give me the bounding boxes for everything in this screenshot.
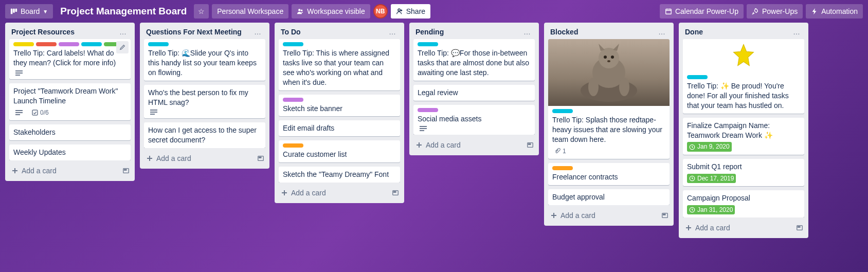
card[interactable]: Weekly Updates: [9, 144, 131, 160]
card[interactable]: Trello Tip: Card labels! What do they me…: [9, 39, 131, 79]
workspace-label: Personal Workspace: [217, 7, 283, 15]
member-avatar[interactable]: NB: [373, 4, 388, 19]
card[interactable]: Freelancer contracts: [548, 163, 670, 185]
svg-rect-12: [15, 114, 20, 115]
due-date-badge[interactable]: Jan 9, 2020: [687, 142, 732, 151]
label-purple[interactable]: [283, 98, 303, 102]
label-teal[interactable]: [687, 75, 708, 79]
powerups-button[interactable]: Power-Ups: [747, 4, 803, 19]
card[interactable]: Curate customer list: [279, 140, 400, 162]
list-menu-button[interactable]: …: [520, 27, 534, 37]
plus-icon: [550, 212, 557, 219]
due-date-badge[interactable]: Jan 31, 2020: [687, 205, 735, 214]
list-menu-button[interactable]: …: [790, 27, 803, 37]
calendar-powerup-button[interactable]: Calendar Power-Up: [660, 4, 744, 19]
card[interactable]: Project "Teamwork Dream Work" Launch Tim…: [9, 83, 131, 120]
card-template-button[interactable]: [257, 155, 264, 162]
card[interactable]: Budget approval: [548, 189, 670, 205]
label-orange[interactable]: [552, 166, 573, 170]
automation-label: Automation: [821, 7, 858, 15]
workspace-button[interactable]: Personal Workspace: [212, 4, 288, 19]
board-view-button[interactable]: Board ▼: [5, 4, 53, 19]
share-button[interactable]: Share: [391, 4, 430, 19]
list-title[interactable]: Pending: [415, 28, 520, 36]
label-purple[interactable]: [418, 108, 438, 112]
add-card-label: Add a card: [695, 224, 730, 232]
plus-icon: [11, 167, 19, 174]
card-labels: [552, 109, 665, 113]
list-title[interactable]: Questions For Next Meeting: [146, 28, 251, 36]
svg-rect-8: [15, 72, 23, 74]
star-button[interactable]: ☆: [194, 4, 209, 19]
star-icon: ☆: [198, 7, 205, 15]
card[interactable]: Sketch the "Teamy Dreamy" Font: [279, 167, 400, 183]
svg-rect-30: [420, 128, 427, 129]
list-menu-button[interactable]: …: [251, 27, 264, 37]
add-card-button[interactable]: Add a card: [145, 152, 253, 165]
chevron-down-icon: ▼: [43, 9, 48, 14]
svg-rect-28: [394, 192, 396, 193]
list: Questions For Next Meeting…Trello Tip: 🌊…: [140, 23, 269, 169]
label-teal[interactable]: [148, 42, 169, 46]
board-title[interactable]: Project Management Board: [56, 6, 191, 17]
card-template-button[interactable]: [392, 189, 399, 196]
card-title: How can I get access to the super secret…: [148, 125, 261, 145]
svg-point-43: [619, 78, 629, 96]
card[interactable]: Who's the best person to fix my HTML sna…: [144, 85, 265, 119]
card[interactable]: Trello Tip: 💬For those in-between tasks …: [413, 39, 535, 81]
powerups-label: Power-Ups: [762, 7, 798, 15]
card[interactable]: Trello Tip: 🌊Slide your Q's into this ha…: [144, 39, 265, 81]
card[interactable]: How can I get access to the super secret…: [144, 122, 265, 148]
card-title: Trello Tip: This is where assigned tasks…: [283, 48, 396, 87]
card[interactable]: Finalize Campaign Name: Teamwork Dream W…: [683, 118, 804, 155]
add-card-button[interactable]: Add a card: [549, 209, 657, 222]
card[interactable]: Submit Q1 report Dec 17, 2019: [683, 159, 804, 186]
list-title[interactable]: To Do: [281, 28, 386, 36]
add-card-button[interactable]: Add a card: [280, 187, 388, 199]
card[interactable]: Campaign Proposal Jan 31, 2020: [683, 190, 804, 217]
card-template-button[interactable]: [122, 167, 130, 174]
svg-rect-24: [259, 157, 261, 158]
label-teal[interactable]: [283, 42, 303, 46]
label-teal[interactable]: [552, 109, 573, 113]
list-title[interactable]: Project Resources: [11, 28, 116, 36]
card[interactable]: Trello Tip: Splash those redtape-heavy i…: [548, 39, 670, 159]
list-title[interactable]: Done: [685, 28, 790, 36]
card-title: Trello Tip: Card labels! What do they me…: [13, 48, 126, 68]
list-menu-button[interactable]: …: [116, 27, 130, 37]
people-icon: [297, 8, 304, 15]
card[interactable]: Sketch site banner: [279, 95, 400, 117]
card[interactable]: Stakeholders: [9, 124, 131, 140]
card[interactable]: Trello Tip: ✨ Be proud! You're done! For…: [683, 39, 804, 114]
description-icon: [148, 109, 159, 115]
label-yellow[interactable]: [13, 42, 34, 46]
edit-card-button[interactable]: [116, 41, 129, 53]
visibility-button[interactable]: Workspace visible: [292, 4, 370, 19]
calendar-label: Calendar Power-Up: [675, 7, 738, 15]
label-red[interactable]: [36, 42, 57, 46]
label-teal[interactable]: [81, 42, 102, 46]
card-title: Sketch site banner: [283, 104, 396, 114]
list-menu-button[interactable]: …: [655, 27, 668, 37]
list-menu-button[interactable]: …: [386, 27, 399, 37]
board-canvas[interactable]: Project Resources…Trello Tip: Card label…: [0, 23, 868, 270]
list-title[interactable]: Blocked: [550, 28, 655, 36]
label-purple[interactable]: [59, 42, 79, 46]
add-card-button[interactable]: Add a card: [684, 222, 792, 234]
card-template-button[interactable]: [796, 224, 803, 231]
label-orange[interactable]: [283, 143, 303, 148]
add-card-button[interactable]: Add a card: [414, 139, 522, 151]
automation-button[interactable]: Automation: [806, 4, 863, 19]
card-template-button[interactable]: [661, 212, 668, 219]
label-teal[interactable]: [418, 42, 438, 46]
card-title: Budget approval: [552, 192, 665, 202]
add-card-button[interactable]: Add a card: [10, 165, 118, 177]
card[interactable]: Trello Tip: This is where assigned tasks…: [279, 39, 400, 90]
due-date-badge[interactable]: Dec 17, 2019: [687, 174, 736, 183]
board-icon: [10, 8, 17, 15]
card-title: Trello Tip: ✨ Be proud! You're done! For…: [687, 81, 800, 111]
card[interactable]: Legal review: [413, 85, 535, 101]
card[interactable]: Social media assets: [413, 105, 535, 135]
card[interactable]: Edit email drafts: [279, 120, 400, 136]
card-template-button[interactable]: [527, 141, 534, 149]
